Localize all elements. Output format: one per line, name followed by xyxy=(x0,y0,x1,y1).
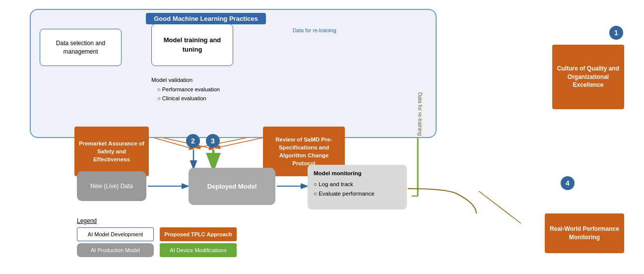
realworld-box: Real-World Performance Monitoring xyxy=(545,213,624,253)
svg-line-11 xyxy=(479,191,521,223)
premarket-box: Premarket Assurance of Safety and Effect… xyxy=(74,127,149,176)
gmlp-title: Good Machine Learning Practices xyxy=(99,13,313,24)
legend-row-1: AI Model Development Proposed TPLC Appro… xyxy=(77,227,237,241)
data-retrain-top-label: Data for re-training xyxy=(293,27,336,33)
monitoring-bullet-1: ○ Log and track xyxy=(314,180,401,190)
badge-2: 2 xyxy=(186,134,200,148)
legend-ai-model-dev: AI Model Development xyxy=(77,227,154,241)
diagram-container: Good Machine Learning Practices Data sel… xyxy=(0,0,644,274)
validation-bullet-1: ○ Performance evaluation xyxy=(151,85,220,94)
validation-bullet-2: ○ Clinical evaluation xyxy=(151,94,220,103)
legend-ai-production: AI Production Model xyxy=(77,243,154,257)
gmlp-outer-box xyxy=(30,9,437,138)
monitoring-bullet-2: ○ Evaluate performance xyxy=(314,189,401,199)
model-training-box: Model training and tuning xyxy=(151,24,233,66)
model-validation: Model validation ○ Performance evaluatio… xyxy=(151,75,220,103)
monitoring-box: Model monitoring ○ Log and track ○ Evalu… xyxy=(308,165,407,209)
new-data-box: New (Live) Data xyxy=(77,171,146,201)
legend-row-2: AI Production Model AI Device Modificati… xyxy=(77,243,237,257)
legend: Legend AI Model Development Proposed TPL… xyxy=(77,217,237,259)
data-retrain-side-label: Data for re-training xyxy=(417,92,423,136)
badge-1: 1 xyxy=(609,26,623,40)
legend-ai-device-mod: AI Device Modifications xyxy=(160,243,237,257)
data-selection-box: Data selection and management xyxy=(40,29,122,66)
badge-4: 4 xyxy=(561,176,575,190)
legend-proposed-tplc: Proposed TPLC Approach xyxy=(160,227,237,241)
deployed-model-box: Deployed Model xyxy=(189,168,275,205)
culture-box: Culture of Quality and Organizational Ex… xyxy=(552,45,624,109)
badge-3: 3 xyxy=(206,134,220,148)
